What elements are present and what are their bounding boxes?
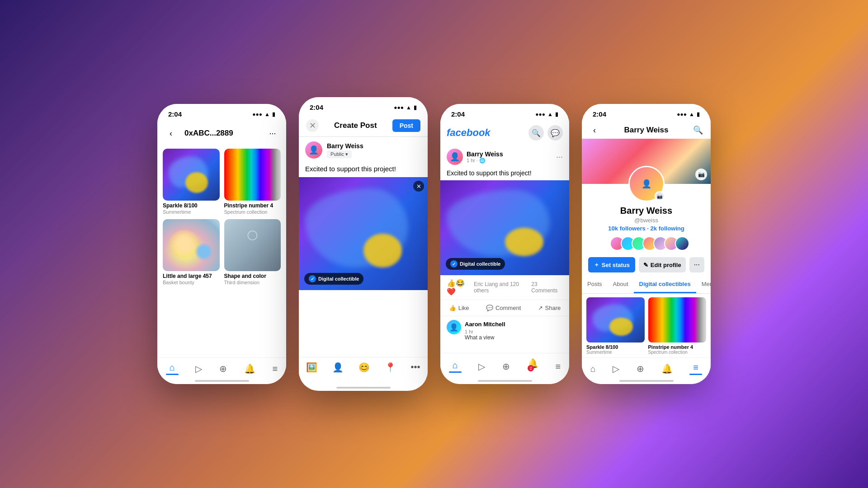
followers-count: 10k — [608, 225, 618, 232]
menu-icon-3: ≡ — [555, 361, 561, 372]
profile-nft-pinstripe[interactable]: Pinstripe number 4 Spectrum collection — [648, 297, 707, 355]
marketplace-icon-3: ⊕ — [502, 361, 510, 372]
post-options-button[interactable]: ··· — [556, 152, 563, 162]
emoji-icon[interactable]: 😊 — [359, 362, 370, 373]
set-status-label: Set status — [602, 262, 630, 268]
profile-nft-title-sparkle: Sparkle 8/100 — [586, 344, 645, 350]
post-button[interactable]: Post — [392, 119, 420, 132]
close-button[interactable]: ✕ — [306, 119, 319, 132]
signal-icon-4: ●●● — [677, 111, 687, 117]
nft-thumb-pinstripe — [224, 149, 281, 201]
post-author-avatar[interactable]: 👤 — [447, 149, 463, 165]
profile-nft-title-pinstripe: Pinstripe number 4 — [648, 344, 707, 350]
spacer — [299, 290, 428, 317]
commenter-avatar: 👤 — [447, 320, 461, 334]
tab-marketplace-4[interactable]: ⊕ — [637, 363, 644, 374]
status-icons-3: ●●● ▲ ▮ — [535, 111, 558, 117]
nft-item-pinstripe[interactable]: Pinstripe number 4 Spectrum collection — [224, 149, 281, 215]
active-indicator-3 — [449, 371, 462, 373]
tab-notifications-1[interactable]: 🔔 — [244, 363, 255, 374]
like-icon: 👍 — [449, 305, 456, 311]
screen-3: facebook 🔍 💬 👤 Barry Weiss 1 hr · — [440, 122, 569, 379]
post-text-field[interactable]: Excited to support this project! — [299, 163, 428, 177]
battery-icon-3: ▮ — [555, 111, 558, 117]
signal-icon: ●●● — [252, 111, 262, 117]
tab-about[interactable]: About — [608, 276, 634, 293]
post-image: ✕ ✓ Digital collectible — [299, 177, 428, 290]
comment-label: Comment — [495, 305, 521, 311]
tab-home-1[interactable]: ⌂ — [166, 362, 179, 375]
back-button[interactable]: ‹ — [165, 129, 177, 138]
tab-video-3[interactable]: ▷ — [478, 361, 485, 372]
tab-notifications-4[interactable]: 🔔 — [661, 363, 673, 374]
post-time: 1 hr — [467, 158, 475, 163]
tab-posts[interactable]: Posts — [582, 276, 608, 293]
comment-button[interactable]: 💬 Comment — [481, 302, 526, 314]
profile-nft-grid: Sparkle 8/100 Summertime Pinstripe numbe… — [582, 294, 711, 358]
location-icon[interactable]: 📍 — [385, 362, 396, 373]
remove-image-button[interactable]: ✕ — [413, 181, 424, 192]
time-2: 2:04 — [310, 103, 323, 111]
profile-nav: ‹ Barry Weiss 🔍 — [582, 122, 711, 139]
tab-menu-1[interactable]: ≡ — [272, 364, 278, 374]
post-meta: 1 hr · 🌐 — [467, 158, 503, 164]
more-options-icon[interactable]: ••• — [411, 362, 420, 373]
tab-video-4[interactable]: ▷ — [613, 363, 619, 374]
more-button[interactable]: ··· — [689, 257, 704, 272]
profile-nft-sub-sparkle: Summertime — [586, 350, 645, 355]
author-name: Barry Weiss — [327, 142, 363, 150]
like-button[interactable]: 👍 Like — [443, 302, 475, 314]
time-1: 2:04 — [168, 110, 182, 118]
share-button[interactable]: ↗ Share — [533, 302, 566, 314]
signal-icon-3: ●●● — [535, 111, 545, 117]
pinstripe-art — [224, 149, 281, 201]
little-art — [163, 219, 220, 271]
tab-marketplace-1[interactable]: ⊕ — [219, 363, 227, 374]
nft-thumb-sparkle — [163, 149, 220, 201]
profile-info: Barry Weiss @bweiss 10k followers · 2k f… — [582, 202, 711, 234]
edit-profile-button[interactable]: ✎ Edit profile — [639, 257, 686, 272]
shape-color-art — [224, 219, 281, 271]
tab-menu-3[interactable]: ≡ — [555, 361, 561, 372]
tab-video-1[interactable]: ▷ — [195, 363, 202, 374]
nft-item-sparkle[interactable]: Sparkle 8/100 Summertime — [163, 149, 220, 215]
post-image-container: ✕ ✓ Digital collectible — [299, 177, 428, 290]
bell-icon-4: 🔔 — [661, 363, 673, 374]
more-options-button[interactable]: ··· — [266, 129, 279, 138]
profile-action-buttons: ＋ Set status ✎ Edit profile ··· — [582, 253, 711, 276]
edit-profile-label: Edit profile — [651, 262, 681, 268]
tab-mentions[interactable]: Mentions — [696, 276, 711, 293]
dot-separator: · — [476, 158, 478, 163]
tab-home-4[interactable]: ⌂ — [590, 364, 596, 374]
nft-item-shape[interactable]: Shape and color Third dimension — [224, 219, 281, 285]
followers-label: followers · — [620, 225, 651, 232]
tab-marketplace-3[interactable]: ⊕ — [502, 361, 510, 372]
tab-digital-collectibles[interactable]: Digital collectibles — [634, 276, 696, 293]
set-status-button[interactable]: ＋ Set status — [588, 257, 635, 272]
time-4: 2:04 — [593, 110, 606, 118]
post-reactions-row: 👍😂❤️ Eric Liang and 120 others 23 Commen… — [440, 275, 569, 300]
video-icon: ▷ — [195, 363, 202, 374]
following-label: following — [659, 225, 684, 232]
search-button[interactable]: 🔍 — [528, 125, 544, 141]
commenter-name: Aaron Mitchell — [465, 321, 505, 328]
messenger-button[interactable]: 💬 — [547, 125, 563, 141]
photo-action-icon[interactable]: 🖼️ — [306, 362, 317, 373]
battery-icon: ▮ — [272, 111, 275, 117]
tab-notifications-3[interactable]: 🔔 2 — [527, 358, 538, 375]
avatar-camera-button[interactable]: 📷 — [655, 191, 665, 201]
home-indicator-1 — [195, 380, 249, 382]
following-count: 2k — [651, 225, 657, 232]
tab-menu-4[interactable]: ≡ — [689, 362, 702, 375]
nft-item-little[interactable]: Little and large 457 Basket bounty — [163, 219, 220, 285]
tab-home-3[interactable]: ⌂ — [449, 360, 462, 373]
audience-selector[interactable]: Public ▾ — [327, 150, 352, 158]
home-indicator-2 — [336, 387, 391, 389]
profile-nft-sparkle[interactable]: Sparkle 8/100 Summertime — [586, 297, 645, 355]
post-image-feed: ✓ Digital collectible — [440, 180, 569, 275]
profile-search-button[interactable]: 🔍 — [692, 125, 704, 135]
sparkle-art — [163, 149, 220, 201]
tag-people-icon[interactable]: 👤 — [332, 362, 344, 373]
profile-back-button[interactable]: ‹ — [588, 126, 601, 135]
nft-title-sparkle: Sparkle 8/100 — [163, 202, 220, 209]
